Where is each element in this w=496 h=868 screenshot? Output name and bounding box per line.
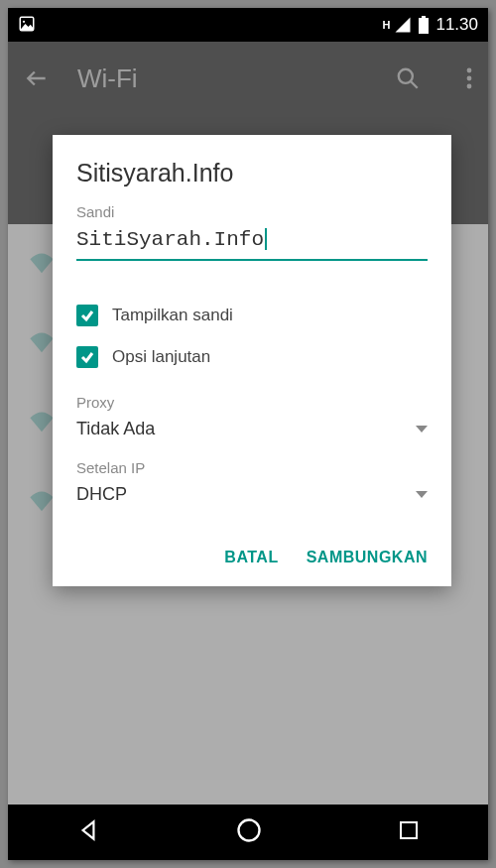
wifi-connect-dialog: Sitisyarah.Info Sandi SitiSyarah.Info Ta… xyxy=(53,135,451,586)
password-label: Sandi xyxy=(76,203,428,220)
status-bar: H 11.30 xyxy=(8,8,488,42)
navigation-bar xyxy=(8,805,488,860)
password-input[interactable]: SitiSyarah.Info xyxy=(76,224,428,261)
status-time: 11.30 xyxy=(435,15,478,35)
advanced-options-label: Opsi lanjutan xyxy=(112,347,210,367)
ip-settings-dropdown[interactable]: DHCP xyxy=(76,480,428,509)
check-icon xyxy=(76,346,98,368)
image-indicator-icon xyxy=(18,15,36,36)
nav-back-icon[interactable] xyxy=(75,817,101,847)
svg-rect-9 xyxy=(401,822,417,838)
chevron-down-icon xyxy=(416,426,428,433)
proxy-value: Tidak Ada xyxy=(76,419,155,439)
network-label: H xyxy=(383,19,391,31)
nav-home-icon[interactable] xyxy=(235,816,263,848)
ip-settings-value: DHCP xyxy=(76,484,127,505)
check-icon xyxy=(76,305,98,326)
connect-button[interactable]: SAMBUNGKAN xyxy=(307,549,428,566)
ip-settings-label: Setelan IP xyxy=(76,459,428,476)
proxy-dropdown[interactable]: Tidak Ada xyxy=(76,415,428,443)
chevron-down-icon xyxy=(416,491,428,498)
advanced-options-checkbox[interactable]: Opsi lanjutan xyxy=(76,346,428,368)
svg-point-1 xyxy=(23,20,25,22)
cancel-button[interactable]: BATAL xyxy=(224,549,278,566)
battery-icon xyxy=(418,16,430,34)
dialog-title: Sitisyarah.Info xyxy=(76,159,428,187)
signal-icon xyxy=(394,16,412,34)
svg-point-8 xyxy=(238,820,259,841)
svg-rect-3 xyxy=(422,16,426,18)
show-password-label: Tampilkan sandi xyxy=(112,306,233,325)
password-value: SitiSyarah.Info xyxy=(76,228,264,251)
svg-rect-2 xyxy=(419,18,429,34)
show-password-checkbox[interactable]: Tampilkan sandi xyxy=(76,305,428,326)
proxy-label: Proxy xyxy=(76,394,428,411)
nav-overview-icon[interactable] xyxy=(397,818,421,846)
